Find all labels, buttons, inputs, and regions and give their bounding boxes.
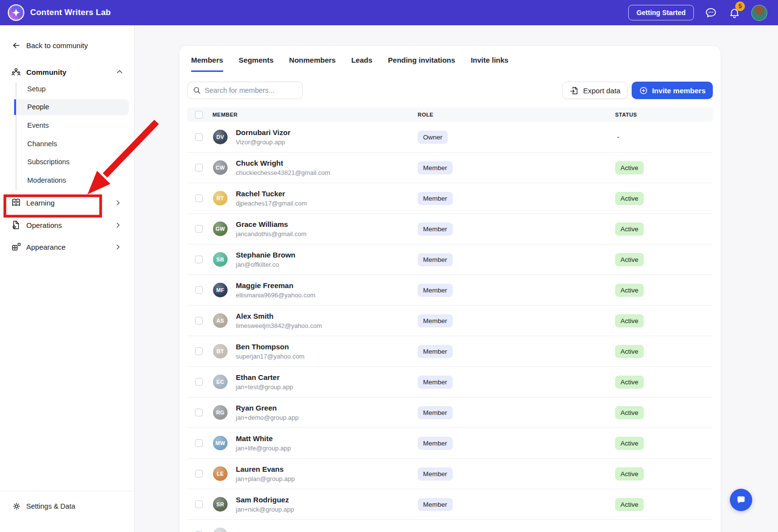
community-label: Community: [26, 68, 67, 76]
member-row[interactable]: RT Rachel Tucker djpeaches17@gmail.com M…: [187, 183, 713, 214]
status-badge: Active: [615, 467, 644, 481]
member-avatar: MF: [213, 283, 228, 297]
tab-segments[interactable]: Segments: [239, 56, 274, 72]
member-row[interactable]: EC Ethan Carter jan+test@group.app Membe…: [187, 367, 713, 397]
export-data-button[interactable]: Export data: [562, 82, 628, 99]
column-status: STATUS: [613, 112, 714, 118]
member-row[interactable]: MF Maggie Freeman ellismania9696@yahoo.c…: [187, 275, 713, 306]
member-row[interactable]: LE Lauren Evans jan+plan@group.app Membe…: [187, 459, 713, 489]
member-avatar: RG: [213, 405, 228, 420]
select-all-checkbox[interactable]: [195, 111, 203, 119]
member-row[interactable]: CW Chuck Wright chuckiechesse43821@gmail…: [187, 153, 713, 183]
member-email: Vizor@group.app: [236, 138, 290, 146]
row-checkbox[interactable]: [195, 500, 203, 508]
role-badge: Member: [418, 376, 453, 389]
row-checkbox[interactable]: [195, 194, 203, 202]
status-badge: Active: [615, 345, 644, 358]
member-email: jan+test@group.app: [236, 383, 293, 391]
sidebar-item-appearance[interactable]: Appearance: [0, 239, 134, 255]
gear-icon: [12, 501, 21, 511]
sidebar-item-setup[interactable]: Setup: [27, 85, 46, 93]
status-badge: Active: [615, 192, 644, 205]
user-avatar[interactable]: [751, 5, 767, 21]
member-row[interactable]: MW Matt White jan+life@group.app Member …: [187, 428, 713, 459]
sidebar-section-community[interactable]: Community: [0, 65, 134, 79]
row-checkbox[interactable]: [195, 286, 203, 294]
row-checkbox[interactable]: [195, 439, 203, 447]
role-badge: Member: [418, 437, 453, 450]
messages-icon[interactable]: [705, 6, 717, 19]
member-row[interactable]: SB Stephanie Brown jan@offkilter.co Memb…: [187, 244, 713, 275]
plus-circle-icon: [639, 86, 648, 95]
row-checkbox[interactable]: [195, 378, 203, 386]
sidebar-item-subscriptions[interactable]: Subscriptions: [27, 158, 70, 166]
column-member: MEMBER: [211, 112, 416, 118]
member-name: Ben Thompson: [236, 343, 304, 351]
role-badge: Member: [418, 406, 453, 419]
sidebar-item-operations[interactable]: Operations: [0, 217, 134, 233]
member-email: jan+nick@group.app: [236, 506, 294, 513]
member-email: ellismania9696@yahoo.com: [236, 292, 316, 299]
book-icon: [11, 197, 21, 208]
member-email: jan+life@group.app: [236, 445, 291, 452]
member-row[interactable]: [187, 520, 713, 532]
member-row[interactable]: RG Ryan Green jan+demo@group.app Member …: [187, 397, 713, 428]
operations-icon: [11, 220, 21, 230]
getting-started-button[interactable]: Getting Started: [628, 5, 694, 20]
chevron-right-icon: [114, 222, 122, 229]
member-name: Matt White: [236, 434, 291, 443]
sidebar-item-events[interactable]: Events: [27, 121, 49, 129]
invite-members-label: Invite members: [652, 86, 706, 95]
row-checkbox[interactable]: [195, 317, 203, 325]
row-checkbox[interactable]: [195, 409, 203, 416]
status-dash: -: [617, 133, 619, 141]
row-checkbox[interactable]: [195, 225, 203, 233]
member-name: Rachel Tucker: [236, 189, 307, 198]
tab-members[interactable]: Members: [191, 56, 223, 72]
sidebar-item-people[interactable]: People: [27, 103, 49, 111]
member-row[interactable]: AS Alex Smith limesweetjm3842@yahoo.com …: [187, 306, 713, 336]
row-checkbox[interactable]: [195, 256, 203, 263]
member-rows: DV Dornubari Vizor Vizor@group.app Owner…: [187, 122, 713, 532]
sidebar-item-moderations[interactable]: Moderations: [27, 176, 66, 184]
row-checkbox[interactable]: [195, 470, 203, 478]
back-to-community-label: Back to community: [26, 41, 88, 50]
row-checkbox[interactable]: [195, 347, 203, 355]
member-row[interactable]: DV Dornubari Vizor Vizor@group.app Owner…: [187, 122, 713, 153]
sidebar-item-settings-data[interactable]: Settings & Data: [0, 499, 134, 514]
controls-row: Export data Invite members: [179, 72, 721, 99]
role-badge: Member: [418, 314, 453, 327]
row-checkbox[interactable]: [195, 164, 203, 172]
sidebar-item-learning[interactable]: Learning: [0, 194, 134, 211]
role-badge: Member: [418, 161, 453, 174]
tab-bar: Members Segments Nonmembers Leads Pendin…: [179, 46, 721, 72]
member-avatar: CW: [213, 160, 228, 175]
member-row[interactable]: SR Sam Rodriguez jan+nick@group.app Memb…: [187, 489, 713, 520]
tab-invite-links[interactable]: Invite links: [471, 56, 509, 72]
member-avatar: SR: [213, 497, 228, 512]
member-avatar: AS: [213, 313, 228, 328]
column-role: ROLE: [416, 112, 613, 118]
appearance-label: Appearance: [26, 243, 66, 251]
tab-nonmembers[interactable]: Nonmembers: [289, 56, 336, 72]
tab-pending-invitations[interactable]: Pending invitations: [388, 56, 455, 72]
member-name: Grace Williams: [236, 220, 306, 229]
member-avatar: GW: [213, 222, 228, 236]
status-badge: Active: [615, 498, 644, 511]
row-checkbox[interactable]: [195, 133, 203, 141]
chat-widget-button[interactable]: [730, 489, 752, 511]
invite-members-button[interactable]: Invite members: [632, 82, 713, 99]
status-badge: Active: [615, 284, 644, 297]
search-input[interactable]: [205, 86, 298, 94]
member-row[interactable]: BT Ben Thompson superjan17@yahoo.com Mem…: [187, 336, 713, 367]
sidebar-item-channels[interactable]: Channels: [27, 140, 57, 148]
notifications-bell-icon[interactable]: 5: [728, 6, 741, 19]
active-indicator: [14, 99, 16, 115]
tab-leads[interactable]: Leads: [351, 56, 372, 72]
member-avatar: [213, 528, 228, 532]
brand[interactable]: Content Writers Lab: [8, 4, 111, 21]
status-badge: Active: [615, 406, 644, 419]
member-row[interactable]: GW Grace Williams jancandothis@gmail.com…: [187, 214, 713, 244]
member-email: chuckiechesse43821@gmail.com: [236, 169, 330, 176]
back-to-community-link[interactable]: Back to community: [12, 41, 88, 50]
